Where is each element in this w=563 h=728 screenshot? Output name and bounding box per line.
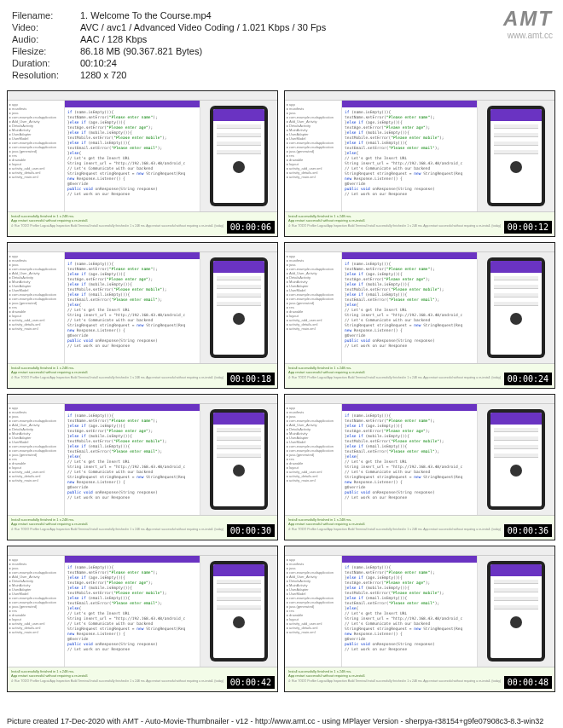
resolution-value: 1280 x 720 bbox=[80, 70, 126, 80]
project-tree: ▸ app▸ manifests▸ java▸ com.example.crud… bbox=[8, 252, 65, 363]
emulator-panel bbox=[477, 404, 554, 515]
project-tree: ▸ app▸ manifests▸ java▸ com.example.crud… bbox=[285, 101, 342, 211]
watermark-url: www.amt.cc bbox=[503, 31, 553, 40]
input-field bbox=[217, 285, 261, 289]
resolution-label: Resolution: bbox=[12, 70, 80, 80]
input-field bbox=[494, 445, 538, 449]
emulator-panel bbox=[477, 252, 554, 363]
project-tree: ▸ app▸ manifests▸ java▸ com.example.crud… bbox=[285, 556, 342, 667]
input-field bbox=[494, 454, 538, 458]
ide-toolbar bbox=[8, 243, 277, 252]
ide-toolbar bbox=[285, 243, 554, 252]
input-field bbox=[217, 293, 261, 298]
emulator-panel bbox=[200, 556, 277, 667]
input-field bbox=[494, 436, 538, 441]
project-tree: ▸ app▸ manifests▸ java▸ com.example.crud… bbox=[8, 556, 65, 667]
input-field bbox=[494, 276, 538, 280]
app-bar bbox=[490, 261, 542, 273]
duration-label: Duration: bbox=[12, 58, 80, 68]
thumbnail: ▸ app▸ manifests▸ java▸ com.example.crud… bbox=[7, 90, 278, 237]
code-editor: if (name.isEmpty()){ textName.setError("… bbox=[342, 252, 477, 363]
thumbnail-grid: ▸ app▸ manifests▸ java▸ com.example.crud… bbox=[0, 87, 563, 696]
fab-button bbox=[510, 313, 522, 325]
thumbnail: ▸ app▸ manifests▸ java▸ com.example.crud… bbox=[7, 546, 278, 692]
timestamp-badge: 00:00:42 bbox=[227, 676, 275, 689]
audio-value: AAC / 128 Kbps bbox=[80, 34, 147, 44]
editor-tab-bar bbox=[342, 404, 477, 411]
ide-toolbar bbox=[285, 546, 554, 556]
input-field bbox=[494, 302, 538, 306]
metadata-panel: Filename:1. Welcome To the Course.mp4 Vi… bbox=[0, 0, 563, 87]
footer-text: Picture created 17-Dec-2020 with AMT - A… bbox=[0, 714, 563, 728]
emulator-panel bbox=[477, 101, 554, 211]
ide-toolbar bbox=[8, 546, 277, 556]
input-field bbox=[494, 150, 538, 154]
input-field bbox=[494, 285, 538, 289]
phone-frame bbox=[487, 106, 545, 206]
fab-button bbox=[510, 161, 522, 173]
watermark-logo: AMT bbox=[503, 7, 553, 31]
code-editor: if (name.isEmpty()){ textName.setError("… bbox=[65, 101, 200, 211]
code-editor: if (name.isEmpty()){ textName.setError("… bbox=[65, 252, 200, 363]
input-field bbox=[494, 428, 538, 432]
emulator-panel bbox=[200, 101, 277, 211]
video-label: Video: bbox=[12, 22, 80, 32]
audio-label: Audio: bbox=[12, 34, 80, 44]
thumbnail: ▸ app▸ manifests▸ java▸ com.example.crud… bbox=[7, 394, 278, 540]
filename-label: Filename: bbox=[12, 10, 80, 20]
code-editor: if (name.isEmpty()){ textName.setError("… bbox=[65, 556, 200, 667]
input-field bbox=[217, 588, 261, 592]
input-field bbox=[494, 293, 538, 298]
input-field bbox=[217, 133, 261, 137]
timestamp-badge: 00:00:12 bbox=[504, 221, 552, 234]
timestamp-badge: 00:00:30 bbox=[227, 524, 275, 537]
phone-frame bbox=[210, 409, 268, 510]
fab-button bbox=[233, 465, 245, 477]
ide-toolbar bbox=[285, 91, 554, 101]
thumbnail: ▸ app▸ manifests▸ java▸ com.example.crud… bbox=[284, 242, 555, 389]
editor-tab-bar bbox=[65, 404, 200, 411]
filesize-label: Filesize: bbox=[12, 46, 80, 56]
emulator-panel bbox=[200, 252, 277, 363]
input-field bbox=[494, 588, 538, 592]
input-field bbox=[494, 142, 538, 146]
timestamp-badge: 00:00:48 bbox=[504, 676, 552, 689]
input-field bbox=[217, 605, 261, 610]
input-field bbox=[494, 580, 538, 584]
app-bar bbox=[213, 109, 264, 121]
filesize-value: 86.18 MB (90.367.821 Bytes) bbox=[80, 46, 202, 56]
input-field bbox=[217, 150, 261, 154]
video-value: AVC / avc1 / Advanced Video Coding / 1.0… bbox=[80, 22, 326, 32]
editor-tab-bar bbox=[65, 101, 200, 107]
fab-button bbox=[233, 616, 245, 628]
fab-button bbox=[510, 465, 522, 477]
input-field bbox=[494, 133, 538, 137]
input-field bbox=[217, 302, 261, 306]
fab-button bbox=[233, 161, 245, 173]
ide-toolbar bbox=[8, 395, 277, 404]
phone-frame bbox=[487, 409, 545, 510]
filename-value: 1. Welcome To the Course.mp4 bbox=[80, 10, 212, 20]
timestamp-badge: 00:00:06 bbox=[227, 221, 275, 234]
input-field bbox=[217, 428, 261, 432]
input-field bbox=[217, 454, 261, 458]
app-bar bbox=[490, 564, 542, 576]
editor-tab-bar bbox=[342, 252, 477, 259]
code-editor: if (name.isEmpty()){ textName.setError("… bbox=[342, 404, 477, 515]
watermark: AMT www.amt.cc bbox=[503, 7, 553, 40]
phone-frame bbox=[210, 257, 268, 358]
app-bar bbox=[213, 261, 264, 273]
phone-frame bbox=[210, 561, 268, 662]
emulator-panel bbox=[477, 556, 554, 667]
phone-frame bbox=[210, 106, 268, 206]
input-field bbox=[217, 276, 261, 280]
project-tree: ▸ app▸ manifests▸ java▸ com.example.crud… bbox=[285, 404, 342, 515]
input-field bbox=[494, 597, 538, 601]
input-field bbox=[217, 124, 261, 129]
editor-tab-bar bbox=[65, 556, 200, 563]
input-field bbox=[217, 142, 261, 146]
thumbnail: ▸ app▸ manifests▸ java▸ com.example.crud… bbox=[284, 90, 555, 237]
fab-button bbox=[233, 313, 245, 325]
phone-frame bbox=[487, 561, 545, 662]
input-field bbox=[494, 124, 538, 129]
